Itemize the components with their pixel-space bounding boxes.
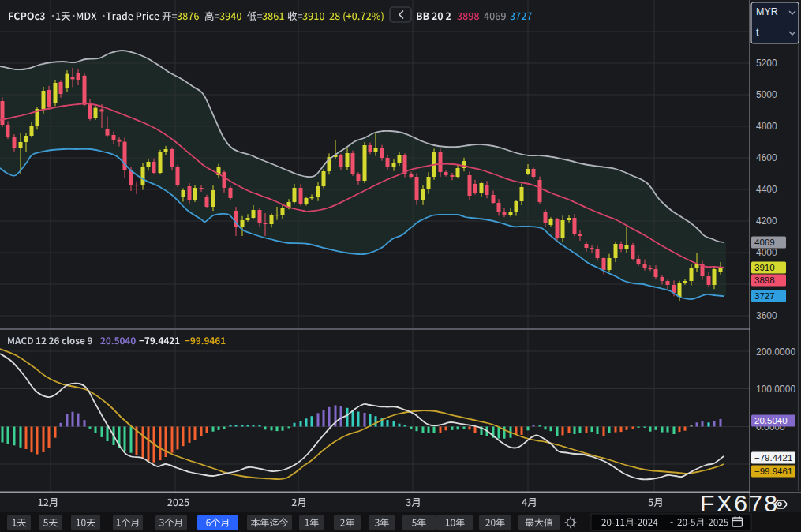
svg-text:200.0000: 200.0000	[756, 347, 795, 358]
svg-text:3600: 3600	[756, 310, 777, 321]
svg-text:4600: 4600	[756, 152, 777, 163]
svg-text:FX678: FX678	[700, 490, 779, 516]
svg-text:4400: 4400	[756, 184, 777, 195]
svg-text:100.0000: 100.0000	[756, 384, 795, 395]
svg-text:4000: 4000	[756, 247, 777, 258]
svg-text:20.5040: 20.5040	[754, 416, 788, 425]
svg-text:4200: 4200	[756, 215, 777, 227]
svg-text:t: t	[756, 27, 759, 38]
svg-text:−79.4421: −79.4421	[754, 453, 792, 463]
svg-text:−99.9461: −99.9461	[754, 466, 792, 476]
svg-text:3898: 3898	[754, 275, 775, 285]
svg-text:4800: 4800	[756, 121, 777, 132]
svg-text:4069: 4069	[754, 238, 775, 247]
svg-text:3910: 3910	[754, 263, 775, 272]
svg-text:MYR: MYR	[756, 6, 778, 17]
svg-text:5000: 5000	[756, 89, 777, 100]
svg-text:5200: 5200	[756, 58, 777, 69]
svg-text:3727: 3727	[754, 291, 775, 301]
